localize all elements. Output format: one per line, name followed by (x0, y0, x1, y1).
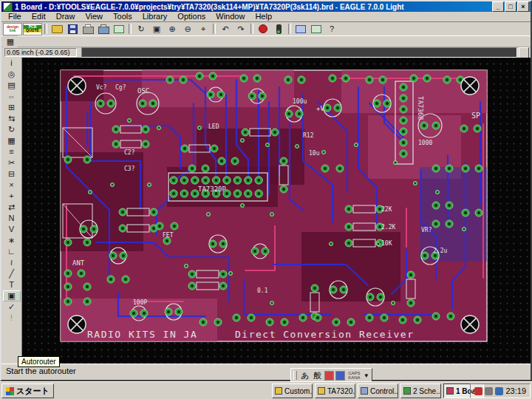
taskbar-button-control[interactable]: Control... (358, 383, 398, 398)
pcbquote-brand-button[interactable]: PCBQUOTE (23, 23, 42, 35)
value-tool[interactable]: V (3, 224, 21, 235)
text-tool[interactable]: T (3, 279, 21, 290)
taskbar-button-folder[interactable]: TA7320... (315, 383, 355, 398)
undo-button[interactable]: ↶ (218, 23, 233, 35)
copy-tool[interactable]: ⊞ (3, 102, 21, 113)
designlink-brand-button-label: link (10, 29, 16, 33)
zoom-in-icon: ⊕ (168, 25, 175, 33)
open-button[interactable] (50, 23, 64, 35)
zoom-fit-icon: ▣ (153, 25, 160, 33)
rotate-tool[interactable]: ↻ (3, 124, 21, 135)
drc-tool[interactable]: ✓ (3, 301, 21, 313)
taskbar-button-sch[interactable]: 2 Sche... (400, 383, 441, 398)
close-button[interactable]: × (517, 1, 529, 12)
switch-to-schematic-button[interactable] (112, 23, 126, 35)
menu-draw[interactable]: Draw (51, 12, 81, 21)
ime-menu-button[interactable]: ▾ (364, 372, 370, 379)
board-window-button[interactable] (293, 23, 308, 35)
taskbar-button-label: Custom... (284, 387, 313, 395)
control-window-icon (361, 387, 368, 395)
move-tool[interactable]: ⇔ (3, 91, 21, 102)
smash-tool[interactable]: ∗ (3, 235, 21, 246)
ime-pen-icon[interactable] (324, 371, 334, 381)
menu-help[interactable]: Help (250, 12, 277, 21)
menu-options[interactable]: Options (172, 12, 211, 21)
cam-processor-button[interactable] (96, 23, 111, 35)
svg-text:0.1: 0.1 (257, 287, 268, 294)
cut-tool[interactable]: ✂ (3, 157, 21, 168)
ime-tools-icon[interactable] (335, 371, 345, 381)
zoom-in-button[interactable]: ⊕ (165, 23, 180, 35)
info-tool[interactable]: i (3, 58, 21, 69)
app-icon (3, 2, 13, 12)
ime-toolbar: あ 般 CAPS KANA ▾ (290, 368, 372, 383)
svg-text:VR?: VR? (421, 227, 432, 233)
svg-text:100u: 100u (293, 98, 307, 105)
ime-caps-kana-indicator[interactable]: CAPS KANA (347, 371, 361, 380)
save-button[interactable] (65, 23, 80, 35)
add-icon: + (9, 192, 13, 200)
help-button[interactable]: ? (324, 23, 339, 35)
zoom-fit-button[interactable]: ▣ (149, 23, 164, 35)
ime-mode-button[interactable]: あ (299, 370, 310, 381)
paste-tool[interactable]: ⊟ (3, 168, 21, 180)
menu-view[interactable]: View (80, 12, 108, 21)
go-button[interactable] (271, 23, 286, 35)
delete-tool[interactable]: × (3, 180, 21, 191)
zoom-out-icon: ⊖ (184, 25, 191, 33)
title-bar: 1 Board - D:¥TOOLS¥EAGLE-7.0.0¥projects¥… (1, 1, 531, 12)
group-tool[interactable]: ▦ (3, 135, 21, 146)
minimize-button[interactable]: _ (492, 1, 504, 12)
print-button[interactable] (81, 23, 95, 35)
taskbar-button-folder[interactable]: Custom... (272, 383, 313, 398)
smash-icon: ∗ (8, 236, 15, 245)
maximize-button[interactable]: □ (505, 1, 516, 12)
change-tool[interactable]: ≡ (3, 146, 21, 157)
menu-tools[interactable]: Tools (108, 12, 137, 21)
info-icon: i (10, 59, 12, 67)
zoom-select-button[interactable]: ⌖ (196, 23, 211, 35)
display-layers-tool[interactable]: ▤ (3, 80, 21, 91)
errors-tool[interactable]: ! (3, 313, 21, 324)
menu-window[interactable]: Window (211, 12, 250, 21)
ime-tray-icon[interactable] (474, 387, 482, 395)
ime-grip-handle[interactable] (293, 371, 297, 380)
show-icon: ◎ (8, 70, 16, 78)
name-tool[interactable]: N (3, 213, 21, 224)
volume-tray-icon[interactable] (485, 387, 493, 395)
add-tool[interactable]: + (3, 191, 21, 202)
display-tray-icon[interactable] (495, 387, 503, 395)
designlink-brand-button[interactable]: designlink (3, 23, 22, 35)
route-tool[interactable]: ∟ (3, 246, 21, 257)
start-button[interactable]: スタート (1, 383, 54, 398)
board-window-icon (296, 25, 306, 33)
stop-button[interactable] (256, 23, 270, 35)
board-canvas[interactable]: Vc?Cg?OSCLED100u+VR1210uC2?C3?TA7320PTA7… (22, 58, 531, 364)
library-window-button[interactable] (309, 23, 324, 35)
autorouter-tool[interactable]: ▣ (3, 290, 21, 301)
pcbquote-brand-button-label: QUOTE (24, 29, 41, 33)
menu-file[interactable]: File (3, 12, 27, 21)
tray-icons (474, 387, 503, 395)
show-tool[interactable]: ◎ (3, 69, 21, 80)
menu-edit[interactable]: Edit (27, 12, 51, 21)
menu-library[interactable]: Library (137, 12, 173, 21)
zoom-out-button[interactable]: ⊖ (180, 23, 195, 35)
sch-window-icon (403, 387, 411, 395)
open-icon (52, 25, 63, 33)
errors-icon: ! (10, 314, 13, 322)
mirror-tool[interactable]: ⇆ (3, 113, 21, 124)
replace-icon: ⇄ (8, 203, 15, 211)
redo-button[interactable]: ↷ (233, 23, 248, 35)
zoom-redraw-button[interactable]: ↻ (134, 23, 149, 35)
grid-button[interactable]: ▦ (3, 35, 18, 47)
command-end-button[interactable] (519, 47, 529, 58)
ime-conversion-button[interactable]: 般 (312, 370, 323, 381)
mirror-icon: ⇆ (8, 115, 15, 123)
svg-text:LED: LED (208, 123, 219, 130)
replace-tool[interactable]: ⇄ (3, 202, 21, 213)
ripup-tool[interactable]: ≀ (3, 257, 21, 268)
brd-window-icon (446, 387, 454, 395)
wire-tool[interactable]: ╱ (3, 268, 21, 279)
command-input[interactable] (81, 47, 517, 58)
